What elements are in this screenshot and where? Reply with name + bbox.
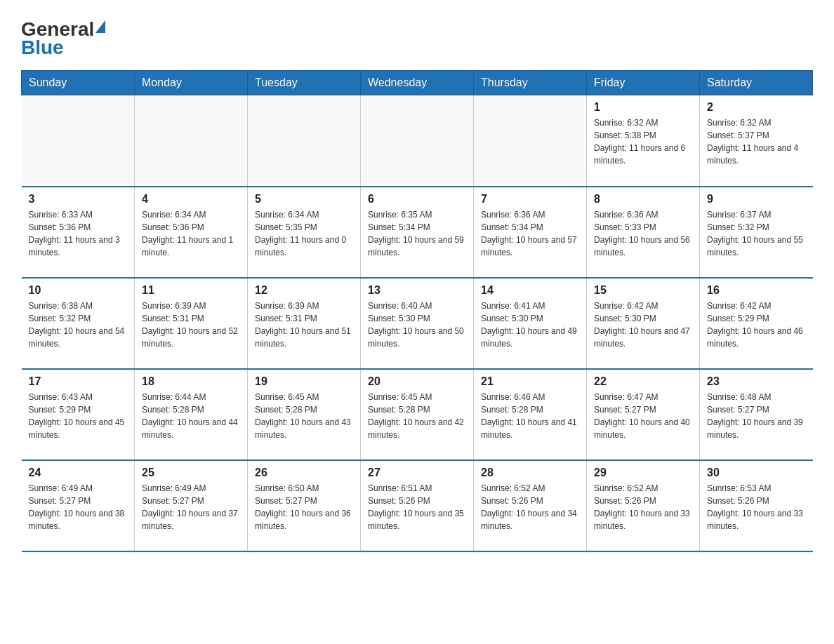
day-number: 29 [594, 467, 692, 479]
day-info: Sunrise: 6:53 AMSunset: 5:26 PMDaylight:… [707, 482, 806, 532]
day-cell: 2Sunrise: 6:32 AMSunset: 5:37 PMDaylight… [700, 95, 813, 187]
day-cell [135, 95, 248, 187]
weekday-header-wednesday: Wednesday [361, 71, 474, 95]
day-cell: 28Sunrise: 6:52 AMSunset: 5:26 PMDayligh… [474, 460, 587, 551]
day-info: Sunrise: 6:47 AMSunset: 5:27 PMDaylight:… [594, 391, 692, 441]
day-number: 6 [368, 193, 466, 206]
day-number: 10 [29, 284, 128, 297]
logo-sub-text: Blue [21, 36, 64, 59]
day-info: Sunrise: 6:45 AMSunset: 5:28 PMDaylight:… [368, 391, 466, 441]
day-info: Sunrise: 6:39 AMSunset: 5:31 PMDaylight:… [142, 300, 240, 350]
day-cell [474, 95, 587, 187]
day-cell: 17Sunrise: 6:43 AMSunset: 5:29 PMDayligh… [22, 369, 135, 460]
day-cell: 29Sunrise: 6:52 AMSunset: 5:26 PMDayligh… [587, 460, 700, 551]
calendar-table: SundayMondayTuesdayWednesdayThursdayFrid… [21, 70, 813, 552]
day-number: 25 [142, 467, 240, 479]
weekday-header-monday: Monday [135, 71, 248, 95]
weekday-header-row: SundayMondayTuesdayWednesdayThursdayFrid… [22, 71, 813, 95]
day-number: 12 [255, 284, 353, 297]
day-info: Sunrise: 6:48 AMSunset: 5:27 PMDaylight:… [707, 391, 806, 441]
day-number: 14 [481, 284, 579, 297]
day-cell [22, 95, 135, 187]
day-number: 7 [481, 193, 579, 206]
day-info: Sunrise: 6:44 AMSunset: 5:28 PMDaylight:… [142, 391, 240, 441]
day-cell: 12Sunrise: 6:39 AMSunset: 5:31 PMDayligh… [248, 278, 361, 369]
weekday-header-thursday: Thursday [474, 71, 587, 95]
day-info: Sunrise: 6:32 AMSunset: 5:37 PMDaylight:… [707, 116, 806, 167]
day-cell: 25Sunrise: 6:49 AMSunset: 5:27 PMDayligh… [135, 460, 248, 551]
day-number: 28 [481, 467, 579, 479]
day-info: Sunrise: 6:46 AMSunset: 5:28 PMDaylight:… [481, 391, 579, 441]
day-number: 17 [29, 375, 128, 388]
day-info: Sunrise: 6:50 AMSunset: 5:27 PMDaylight:… [255, 482, 353, 532]
day-cell: 22Sunrise: 6:47 AMSunset: 5:27 PMDayligh… [587, 369, 700, 460]
day-number: 1 [594, 101, 692, 114]
day-cell: 30Sunrise: 6:53 AMSunset: 5:26 PMDayligh… [700, 460, 813, 551]
day-cell: 14Sunrise: 6:41 AMSunset: 5:30 PMDayligh… [474, 278, 587, 369]
week-row-4: 17Sunrise: 6:43 AMSunset: 5:29 PMDayligh… [22, 369, 813, 460]
day-number: 24 [29, 467, 128, 479]
day-cell: 21Sunrise: 6:46 AMSunset: 5:28 PMDayligh… [474, 369, 587, 460]
weekday-header-tuesday: Tuesday [248, 71, 361, 95]
day-info: Sunrise: 6:33 AMSunset: 5:36 PMDaylight:… [29, 208, 128, 259]
day-info: Sunrise: 6:42 AMSunset: 5:30 PMDaylight:… [594, 300, 692, 350]
day-cell: 16Sunrise: 6:42 AMSunset: 5:29 PMDayligh… [700, 278, 813, 369]
day-number: 4 [142, 193, 240, 206]
day-info: Sunrise: 6:52 AMSunset: 5:26 PMDaylight:… [481, 482, 579, 532]
day-cell: 19Sunrise: 6:45 AMSunset: 5:28 PMDayligh… [248, 369, 361, 460]
day-info: Sunrise: 6:43 AMSunset: 5:29 PMDaylight:… [29, 391, 128, 441]
week-row-2: 3Sunrise: 6:33 AMSunset: 5:36 PMDaylight… [22, 187, 813, 278]
day-cell: 9Sunrise: 6:37 AMSunset: 5:32 PMDaylight… [700, 187, 813, 278]
day-cell: 13Sunrise: 6:40 AMSunset: 5:30 PMDayligh… [361, 278, 474, 369]
weekday-header-saturday: Saturday [700, 71, 813, 95]
header: General Blue [21, 14, 813, 59]
day-number: 13 [368, 284, 466, 297]
day-number: 22 [594, 375, 692, 388]
day-number: 16 [707, 284, 806, 297]
week-row-5: 24Sunrise: 6:49 AMSunset: 5:27 PMDayligh… [22, 460, 813, 551]
day-number: 20 [368, 375, 466, 388]
day-info: Sunrise: 6:45 AMSunset: 5:28 PMDaylight:… [255, 391, 353, 441]
day-number: 8 [594, 193, 692, 206]
day-info: Sunrise: 6:32 AMSunset: 5:38 PMDaylight:… [594, 116, 692, 167]
week-row-1: 1Sunrise: 6:32 AMSunset: 5:38 PMDaylight… [22, 95, 813, 187]
day-cell: 27Sunrise: 6:51 AMSunset: 5:26 PMDayligh… [361, 460, 474, 551]
day-info: Sunrise: 6:41 AMSunset: 5:30 PMDaylight:… [481, 300, 579, 350]
day-number: 30 [707, 467, 806, 479]
day-cell: 11Sunrise: 6:39 AMSunset: 5:31 PMDayligh… [135, 278, 248, 369]
day-number: 26 [255, 467, 353, 479]
day-number: 18 [142, 375, 240, 388]
day-number: 21 [481, 375, 579, 388]
day-cell [361, 95, 474, 187]
day-info: Sunrise: 6:38 AMSunset: 5:32 PMDaylight:… [29, 300, 128, 350]
day-number: 27 [368, 467, 466, 479]
weekday-header-sunday: Sunday [22, 71, 135, 95]
day-info: Sunrise: 6:40 AMSunset: 5:30 PMDaylight:… [368, 300, 466, 350]
day-cell: 1Sunrise: 6:32 AMSunset: 5:38 PMDaylight… [587, 95, 700, 187]
weekday-header-friday: Friday [587, 71, 700, 95]
day-info: Sunrise: 6:35 AMSunset: 5:34 PMDaylight:… [368, 208, 466, 259]
day-info: Sunrise: 6:37 AMSunset: 5:32 PMDaylight:… [707, 208, 806, 259]
day-cell: 23Sunrise: 6:48 AMSunset: 5:27 PMDayligh… [700, 369, 813, 460]
day-cell: 10Sunrise: 6:38 AMSunset: 5:32 PMDayligh… [22, 278, 135, 369]
day-cell: 4Sunrise: 6:34 AMSunset: 5:36 PMDaylight… [135, 187, 248, 278]
day-info: Sunrise: 6:52 AMSunset: 5:26 PMDaylight:… [594, 482, 692, 532]
day-info: Sunrise: 6:51 AMSunset: 5:26 PMDaylight:… [368, 482, 466, 532]
day-number: 23 [707, 375, 806, 388]
day-info: Sunrise: 6:49 AMSunset: 5:27 PMDaylight:… [142, 482, 240, 532]
day-cell: 18Sunrise: 6:44 AMSunset: 5:28 PMDayligh… [135, 369, 248, 460]
day-number: 5 [255, 193, 353, 206]
day-number: 19 [255, 375, 353, 388]
day-number: 2 [707, 101, 806, 114]
day-info: Sunrise: 6:36 AMSunset: 5:33 PMDaylight:… [594, 208, 692, 259]
logo: General Blue [21, 20, 105, 59]
day-number: 9 [707, 193, 806, 206]
day-number: 11 [142, 284, 240, 297]
day-info: Sunrise: 6:34 AMSunset: 5:35 PMDaylight:… [255, 208, 353, 259]
week-row-3: 10Sunrise: 6:38 AMSunset: 5:32 PMDayligh… [22, 278, 813, 369]
day-info: Sunrise: 6:42 AMSunset: 5:29 PMDaylight:… [707, 300, 806, 350]
day-info: Sunrise: 6:34 AMSunset: 5:36 PMDaylight:… [142, 208, 240, 259]
day-cell [248, 95, 361, 187]
day-cell: 3Sunrise: 6:33 AMSunset: 5:36 PMDaylight… [22, 187, 135, 278]
day-cell: 20Sunrise: 6:45 AMSunset: 5:28 PMDayligh… [361, 369, 474, 460]
